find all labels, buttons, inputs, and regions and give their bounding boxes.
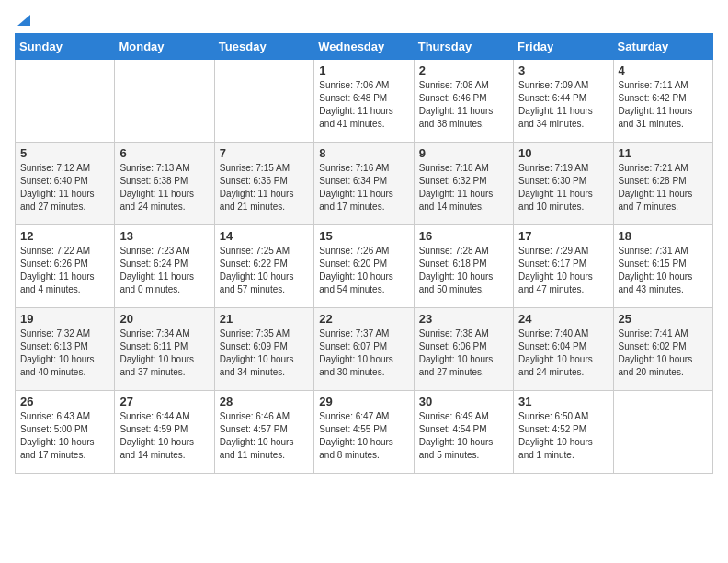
day-number: 29 — [319, 395, 408, 408]
weekday-header-thursday: Thursday — [414, 34, 513, 60]
day-info: Sunrise: 7:41 AM Sunset: 6:02 PM Dayligh… — [619, 327, 708, 379]
day-info: Sunrise: 7:19 AM Sunset: 6:30 PM Dayligh… — [518, 162, 608, 213]
day-info: Sunrise: 7:40 AM Sunset: 6:04 PM Dayligh… — [518, 327, 608, 379]
page-header — [15, 15, 713, 24]
day-number: 15 — [319, 229, 408, 243]
calendar-cell: 21Sunrise: 7:35 AM Sunset: 6:09 PM Dayli… — [214, 308, 313, 391]
day-info: Sunrise: 7:38 AM Sunset: 6:06 PM Dayligh… — [419, 327, 508, 379]
day-info: Sunrise: 7:28 AM Sunset: 6:18 PM Dayligh… — [419, 245, 508, 296]
day-info: Sunrise: 7:32 AM Sunset: 6:13 PM Dayligh… — [20, 327, 109, 379]
day-number: 26 — [20, 395, 109, 408]
calendar-week-row: 1Sunrise: 7:06 AM Sunset: 6:48 PM Daylig… — [16, 60, 713, 143]
weekday-header-sunday: Sunday — [16, 34, 115, 60]
calendar-cell: 16Sunrise: 7:28 AM Sunset: 6:18 PM Dayli… — [414, 225, 513, 308]
day-info: Sunrise: 7:16 AM Sunset: 6:34 PM Dayligh… — [319, 162, 408, 213]
day-info: Sunrise: 7:21 AM Sunset: 6:28 PM Dayligh… — [619, 162, 708, 213]
day-number: 24 — [518, 312, 608, 326]
day-info: Sunrise: 7:09 AM Sunset: 6:44 PM Dayligh… — [518, 79, 608, 131]
day-number: 2 — [419, 63, 508, 77]
day-info: Sunrise: 7:34 AM Sunset: 6:11 PM Dayligh… — [119, 327, 209, 379]
day-info: Sunrise: 7:35 AM Sunset: 6:09 PM Dayligh… — [220, 327, 309, 379]
day-number: 9 — [419, 146, 508, 160]
calendar-cell: 19Sunrise: 7:32 AM Sunset: 6:13 PM Dayli… — [16, 308, 115, 391]
day-number: 30 — [419, 395, 508, 408]
calendar-cell: 15Sunrise: 7:26 AM Sunset: 6:20 PM Dayli… — [314, 225, 414, 308]
day-info: Sunrise: 7:12 AM Sunset: 6:40 PM Dayligh… — [20, 162, 109, 213]
day-number: 1 — [319, 63, 408, 77]
logo-triangle-icon — [16, 11, 32, 28]
day-info: Sunrise: 7:11 AM Sunset: 6:42 PM Dayligh… — [619, 79, 708, 131]
weekday-header-tuesday: Tuesday — [214, 34, 313, 60]
weekday-header-saturday: Saturday — [613, 34, 712, 60]
calendar-cell: 6Sunrise: 7:13 AM Sunset: 6:38 PM Daylig… — [115, 143, 214, 225]
calendar-week-row: 5Sunrise: 7:12 AM Sunset: 6:40 PM Daylig… — [16, 143, 713, 225]
day-info: Sunrise: 7:06 AM Sunset: 6:48 PM Dayligh… — [319, 79, 408, 131]
day-number: 10 — [518, 146, 608, 160]
day-number: 31 — [518, 395, 608, 408]
day-number: 27 — [119, 395, 209, 408]
day-number: 6 — [119, 146, 209, 160]
calendar-cell: 10Sunrise: 7:19 AM Sunset: 6:30 PM Dayli… — [514, 143, 613, 225]
calendar-cell: 8Sunrise: 7:16 AM Sunset: 6:34 PM Daylig… — [314, 143, 414, 225]
svg-marker-0 — [17, 15, 30, 26]
calendar-cell: 31Sunrise: 6:50 AM Sunset: 4:52 PM Dayli… — [514, 391, 613, 474]
weekday-header-monday: Monday — [115, 34, 214, 60]
day-number: 14 — [220, 229, 309, 243]
calendar-cell: 5Sunrise: 7:12 AM Sunset: 6:40 PM Daylig… — [16, 143, 115, 225]
day-info: Sunrise: 6:47 AM Sunset: 4:55 PM Dayligh… — [319, 410, 408, 462]
calendar-table: SundayMondayTuesdayWednesdayThursdayFrid… — [15, 33, 713, 474]
calendar-cell: 12Sunrise: 7:22 AM Sunset: 6:26 PM Dayli… — [16, 225, 115, 308]
day-number: 8 — [319, 146, 408, 160]
weekday-header-wednesday: Wednesday — [314, 34, 414, 60]
calendar-cell: 28Sunrise: 6:46 AM Sunset: 4:57 PM Dayli… — [214, 391, 313, 474]
calendar-cell — [115, 60, 214, 143]
day-number: 25 — [619, 312, 708, 326]
calendar-cell: 20Sunrise: 7:34 AM Sunset: 6:11 PM Dayli… — [115, 308, 214, 391]
day-info: Sunrise: 7:18 AM Sunset: 6:32 PM Dayligh… — [419, 162, 508, 213]
calendar-cell: 11Sunrise: 7:21 AM Sunset: 6:28 PM Dayli… — [613, 143, 712, 225]
calendar-cell: 17Sunrise: 7:29 AM Sunset: 6:17 PM Dayli… — [514, 225, 613, 308]
day-info: Sunrise: 7:31 AM Sunset: 6:15 PM Dayligh… — [619, 245, 708, 296]
calendar-cell: 30Sunrise: 6:49 AM Sunset: 4:54 PM Dayli… — [414, 391, 513, 474]
day-number: 21 — [220, 312, 309, 326]
calendar-cell: 23Sunrise: 7:38 AM Sunset: 6:06 PM Dayli… — [414, 308, 513, 391]
day-info: Sunrise: 7:08 AM Sunset: 6:46 PM Dayligh… — [419, 79, 508, 131]
day-info: Sunrise: 6:49 AM Sunset: 4:54 PM Dayligh… — [419, 410, 508, 462]
day-number: 5 — [20, 146, 109, 160]
day-number: 17 — [518, 229, 608, 243]
logo — [15, 15, 32, 24]
calendar-week-row: 19Sunrise: 7:32 AM Sunset: 6:13 PM Dayli… — [16, 308, 713, 391]
day-number: 18 — [619, 229, 708, 243]
calendar-cell: 26Sunrise: 6:43 AM Sunset: 5:00 PM Dayli… — [16, 391, 115, 474]
calendar-cell: 22Sunrise: 7:37 AM Sunset: 6:07 PM Dayli… — [314, 308, 414, 391]
calendar-week-row: 12Sunrise: 7:22 AM Sunset: 6:26 PM Dayli… — [16, 225, 713, 308]
weekday-header-friday: Friday — [514, 34, 613, 60]
calendar-cell: 7Sunrise: 7:15 AM Sunset: 6:36 PM Daylig… — [214, 143, 313, 225]
day-info: Sunrise: 7:22 AM Sunset: 6:26 PM Dayligh… — [20, 245, 109, 296]
day-number: 28 — [220, 395, 309, 408]
calendar-cell: 4Sunrise: 7:11 AM Sunset: 6:42 PM Daylig… — [613, 60, 712, 143]
day-number: 19 — [20, 312, 109, 326]
calendar-cell: 27Sunrise: 6:44 AM Sunset: 4:59 PM Dayli… — [115, 391, 214, 474]
day-info: Sunrise: 7:13 AM Sunset: 6:38 PM Dayligh… — [119, 162, 209, 213]
day-info: Sunrise: 7:26 AM Sunset: 6:20 PM Dayligh… — [319, 245, 408, 296]
calendar-cell: 9Sunrise: 7:18 AM Sunset: 6:32 PM Daylig… — [414, 143, 513, 225]
day-number: 20 — [119, 312, 209, 326]
day-info: Sunrise: 7:15 AM Sunset: 6:36 PM Dayligh… — [220, 162, 309, 213]
day-number: 3 — [518, 63, 608, 77]
day-info: Sunrise: 6:43 AM Sunset: 5:00 PM Dayligh… — [20, 410, 109, 462]
day-number: 12 — [20, 229, 109, 243]
day-number: 7 — [220, 146, 309, 160]
day-info: Sunrise: 7:29 AM Sunset: 6:17 PM Dayligh… — [518, 245, 608, 296]
day-number: 13 — [119, 229, 209, 243]
calendar-cell: 14Sunrise: 7:25 AM Sunset: 6:22 PM Dayli… — [214, 225, 313, 308]
calendar-cell — [613, 391, 712, 474]
day-info: Sunrise: 6:46 AM Sunset: 4:57 PM Dayligh… — [220, 410, 309, 462]
calendar-header-row: SundayMondayTuesdayWednesdayThursdayFrid… — [16, 34, 713, 60]
calendar-cell: 29Sunrise: 6:47 AM Sunset: 4:55 PM Dayli… — [314, 391, 414, 474]
calendar-cell: 3Sunrise: 7:09 AM Sunset: 6:44 PM Daylig… — [514, 60, 613, 143]
day-number: 23 — [419, 312, 508, 326]
day-number: 11 — [619, 146, 708, 160]
day-info: Sunrise: 6:50 AM Sunset: 4:52 PM Dayligh… — [518, 410, 608, 462]
day-number: 16 — [419, 229, 508, 243]
